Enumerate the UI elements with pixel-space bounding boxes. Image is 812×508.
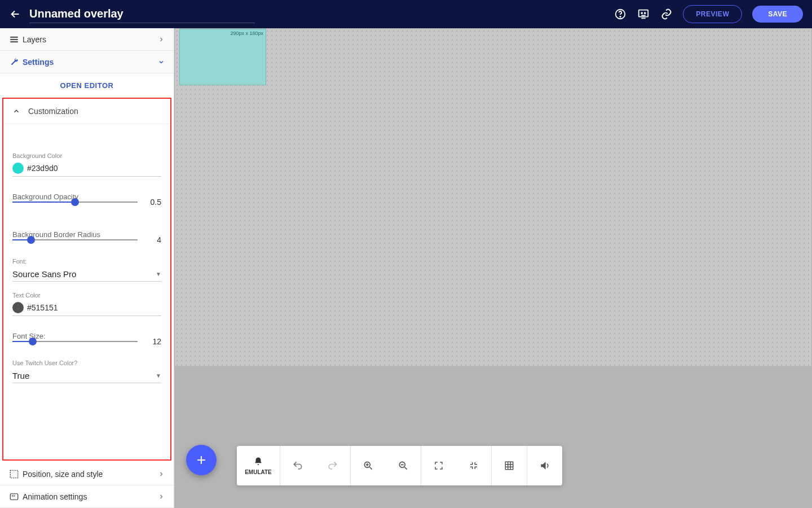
undo-button[interactable] — [280, 446, 315, 485]
bg-color-field[interactable]: #23d9d0 — [12, 163, 161, 177]
layers-panel-row[interactable]: Layers — [0, 28, 174, 51]
caret-down-icon: ▼ — [156, 271, 161, 277]
svg-rect-6 — [10, 38, 18, 40]
editor-canvas[interactable]: 290px x 180px — [174, 28, 812, 367]
animation-panel-row[interactable]: Animation settings — [0, 485, 174, 508]
overlay-dimensions-label: 290px x 180px — [230, 30, 263, 36]
sound-button[interactable] — [527, 446, 562, 485]
emulate-label: EMULATE — [245, 469, 272, 475]
settings-panel-row[interactable]: Settings — [0, 51, 174, 73]
chevron-right-icon — [158, 493, 165, 500]
display-icon[interactable] — [637, 8, 650, 20]
bg-color-label: Background Color — [12, 152, 161, 159]
svg-point-1 — [620, 16, 621, 17]
preview-button[interactable]: PREVIEW — [683, 5, 742, 23]
zoom-in-button[interactable] — [351, 446, 386, 485]
svg-rect-9 — [10, 493, 18, 500]
twitch-color-label: Use Twitch User Color? — [12, 360, 161, 366]
fullscreen-button[interactable] — [421, 446, 456, 485]
sidebar: Layers Settings OPEN EDITOR Customizatio… — [0, 28, 174, 508]
zoom-out-button[interactable] — [386, 446, 421, 485]
svg-rect-7 — [10, 41, 18, 42]
twitch-color-select[interactable]: True ▼ — [12, 369, 161, 383]
animation-icon — [9, 492, 23, 502]
font-select[interactable]: Source Sans Pro ▼ — [12, 267, 161, 282]
save-button[interactable]: SAVE — [752, 6, 803, 23]
wrench-icon — [9, 57, 23, 67]
layers-icon — [9, 34, 23, 45]
redo-button[interactable] — [315, 446, 350, 485]
chevron-right-icon — [158, 471, 165, 478]
position-label: Position, size and style — [23, 470, 158, 479]
bg-color-swatch — [12, 163, 24, 174]
font-label: Font: — [12, 258, 161, 265]
text-color-label: Text Color — [12, 292, 161, 299]
settings-label: Settings — [23, 58, 158, 67]
caret-down-icon: ▼ — [156, 373, 161, 379]
bottom-toolbar: EMULATE — [237, 446, 562, 485]
app-header: PREVIEW SAVE — [0, 0, 812, 28]
bg-opacity-value: 0.5 — [145, 198, 161, 207]
text-color-swatch — [12, 302, 24, 313]
twitch-color-value: True — [12, 371, 29, 380]
exit-fullscreen-button[interactable] — [456, 446, 491, 485]
open-editor-link[interactable]: OPEN EDITOR — [0, 73, 174, 98]
layers-label: Layers — [23, 35, 158, 44]
svg-rect-8 — [10, 470, 18, 478]
back-arrow-icon[interactable] — [9, 8, 21, 20]
overlay-title-input[interactable] — [29, 5, 255, 23]
animation-label: Animation settings — [23, 492, 158, 501]
bell-icon — [253, 457, 263, 467]
emulate-button[interactable]: EMULATE — [237, 446, 280, 485]
chevron-down-icon — [158, 59, 165, 65]
svg-point-4 — [645, 12, 646, 14]
chevron-up-icon — [12, 107, 20, 115]
customization-title: Customization — [28, 107, 78, 116]
font-size-value: 12 — [145, 337, 161, 346]
text-color-field[interactable]: #515151 — [12, 302, 161, 316]
font-size-slider[interactable] — [12, 336, 138, 347]
customization-highlight-box: Customization Background Color #23d9d0 B… — [2, 98, 171, 461]
bg-radius-value: 4 — [145, 235, 161, 244]
bg-opacity-slider[interactable] — [12, 196, 138, 208]
font-value: Source Sans Pro — [12, 269, 76, 279]
link-icon[interactable] — [660, 8, 673, 20]
svg-rect-12 — [505, 462, 513, 470]
position-panel-row[interactable]: Position, size and style — [0, 463, 174, 485]
svg-rect-5 — [10, 36, 18, 37]
bg-color-value: #23d9d0 — [27, 164, 58, 173]
svg-point-3 — [642, 12, 643, 14]
chevron-right-icon — [158, 36, 165, 43]
bg-radius-slider[interactable] — [12, 234, 138, 246]
add-button[interactable]: + — [186, 445, 217, 475]
text-color-value: #515151 — [27, 303, 58, 312]
position-icon — [9, 469, 23, 479]
overlay-widget[interactable]: 290px x 180px — [179, 29, 266, 85]
customization-section-header[interactable]: Customization — [3, 99, 170, 124]
plus-icon: + — [197, 451, 206, 469]
help-icon[interactable] — [614, 8, 626, 20]
grid-toggle-button[interactable] — [492, 446, 527, 485]
